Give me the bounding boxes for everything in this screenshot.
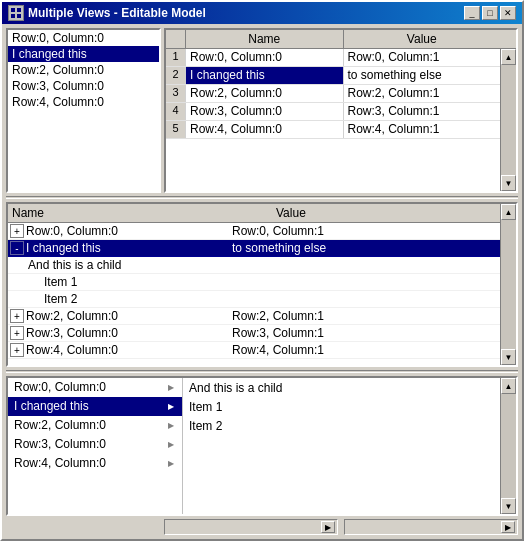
app-icon: [8, 5, 24, 21]
tree-col-name-header: Name: [12, 206, 276, 220]
expand-icon[interactable]: +: [10, 224, 24, 238]
bottom-right-list[interactable]: And this is a child Item 1 Item 2: [183, 378, 500, 514]
tree-scrollbar[interactable]: ▲ ▼: [500, 204, 516, 365]
scroll-right-button[interactable]: ▶: [321, 521, 335, 533]
scroll-track: [501, 65, 516, 175]
expand-icon[interactable]: +: [10, 326, 24, 340]
list-item[interactable]: Row:4, Column:0: [8, 94, 159, 110]
col-item-label: Row:2, Column:0: [14, 418, 166, 432]
tree-node-name: Item 2: [44, 292, 77, 306]
tree-row[interactable]: + Row:0, Column:0 Row:0, Column:1: [8, 223, 500, 240]
row-num: 3: [166, 85, 186, 102]
col-list-item-selected[interactable]: I changed this ▶: [8, 397, 182, 416]
close-button[interactable]: ✕: [500, 6, 516, 20]
vertical-scrollbar[interactable]: ▲ ▼: [500, 49, 516, 191]
tree-node-name: And this is a child: [28, 258, 121, 272]
content-area: Row:0, Column:0 I changed this Row:2, Co…: [2, 24, 522, 539]
scroll-right-button[interactable]: ▶: [501, 521, 515, 533]
list-item[interactable]: Row:3, Column:0: [8, 78, 159, 94]
bottom-left-list[interactable]: Row:0, Column:0 ▶ I changed this ▶ Row:2…: [8, 378, 183, 514]
row-value: Row:2, Column:1: [344, 85, 501, 102]
tree-row[interactable]: + Row:4, Column:0 Row:4, Column:1: [8, 342, 500, 359]
window-title: Multiple Views - Editable Model: [28, 6, 206, 20]
col-list-item[interactable]: Row:2, Column:0 ▶: [8, 416, 182, 435]
minimize-button[interactable]: _: [464, 6, 480, 20]
main-window: Multiple Views - Editable Model _ □ ✕ Ro…: [0, 0, 524, 541]
row-num: 5: [166, 121, 186, 138]
tree-node-value: Row:3, Column:1: [228, 326, 500, 340]
list-item[interactable]: Row:2, Column:0: [8, 62, 159, 78]
expand-icon[interactable]: +: [10, 343, 24, 357]
tree-inner: Name Value + Row:0, Column:0 Row:0, Colu…: [8, 204, 500, 365]
row-name: Row:0, Column:0: [186, 49, 344, 66]
bottom-scrollbar-right[interactable]: ▶: [344, 519, 518, 535]
bottom-scrollbar-left[interactable]: ▶: [164, 519, 338, 535]
tree-node-value: Row:4, Column:1: [228, 343, 500, 357]
table-body[interactable]: 1 Row:0, Column:0 Row:0, Column:1 2 I ch…: [166, 49, 500, 191]
tree-row[interactable]: + Row:3, Column:0 Row:3, Column:1: [8, 325, 500, 342]
scroll-down-button[interactable]: ▼: [501, 498, 516, 514]
scroll-track: [501, 220, 516, 349]
expand-icon[interactable]: +: [10, 309, 24, 323]
bottom-right-scrollbar[interactable]: ▲ ▼: [500, 378, 516, 514]
table-row[interactable]: 5 Row:4, Column:0 Row:4, Column:1: [166, 121, 500, 139]
tree-header: Name Value: [8, 204, 500, 223]
right-col-item[interactable]: Item 1: [183, 397, 500, 416]
right-item-label: Item 2: [189, 419, 222, 433]
tree-row[interactable]: Item 1: [8, 274, 500, 291]
header-value: Value: [344, 30, 501, 48]
divider-2: [6, 370, 518, 373]
row-value: Row:0, Column:1: [344, 49, 501, 66]
col-list-item[interactable]: Row:3, Column:0 ▶: [8, 435, 182, 454]
scroll-up-button[interactable]: ▲: [501, 49, 516, 65]
table-content: 1 Row:0, Column:0 Row:0, Column:1 2 I ch…: [166, 49, 516, 191]
table-row-selected[interactable]: 2 I changed this to something else: [166, 67, 500, 85]
collapse-icon[interactable]: -: [10, 241, 24, 255]
title-buttons: _ □ ✕: [464, 6, 516, 20]
left-list[interactable]: Row:0, Column:0 I changed this Row:2, Co…: [6, 28, 161, 193]
col-list-item[interactable]: Row:4, Column:0 ▶: [8, 454, 182, 473]
tree-node-name: Row:3, Column:0: [26, 326, 118, 340]
table-row[interactable]: 1 Row:0, Column:0 Row:0, Column:1: [166, 49, 500, 67]
svg-rect-3: [11, 14, 15, 18]
tree-row[interactable]: + Row:2, Column:0 Row:2, Column:1: [8, 308, 500, 325]
maximize-button[interactable]: □: [482, 6, 498, 20]
tree-row[interactable]: Item 2: [8, 291, 500, 308]
arrow-right-icon: ▶: [166, 420, 176, 430]
col-list-item[interactable]: Row:0, Column:0 ▶: [8, 378, 182, 397]
scroll-down-button[interactable]: ▼: [501, 175, 516, 191]
table-row[interactable]: 4 Row:3, Column:0 Row:3, Column:1: [166, 103, 500, 121]
row-num: 2: [166, 67, 186, 84]
tree-node-name: Row:4, Column:0: [26, 343, 118, 357]
tree-row[interactable]: And this is a child: [8, 257, 500, 274]
title-bar-left: Multiple Views - Editable Model: [8, 5, 206, 21]
row-value: Row:4, Column:1: [344, 121, 501, 138]
bottom-panel-inner: Row:0, Column:0 ▶ I changed this ▶ Row:2…: [6, 376, 518, 516]
list-item[interactable]: Row:0, Column:0: [8, 30, 159, 46]
header-num: [166, 30, 186, 48]
scroll-up-button[interactable]: ▲: [501, 378, 516, 394]
tree-body[interactable]: + Row:0, Column:0 Row:0, Column:1 - I ch…: [8, 223, 500, 365]
tree-node-name: Row:0, Column:0: [26, 224, 118, 238]
arrow-right-icon: ▶: [166, 439, 176, 449]
table-header: Name Value: [166, 30, 516, 49]
arrow-right-icon: ▶: [166, 401, 176, 411]
svg-rect-4: [17, 14, 21, 18]
spacer-left: [6, 519, 161, 535]
list-item-selected[interactable]: I changed this: [8, 46, 159, 62]
arrow-right-icon: ▶: [166, 458, 176, 468]
row-name: I changed this: [186, 67, 344, 84]
tree-node-value: Row:2, Column:1: [228, 309, 500, 323]
table-row[interactable]: 3 Row:2, Column:0 Row:2, Column:1: [166, 85, 500, 103]
right-col-item[interactable]: And this is a child: [183, 378, 500, 397]
right-item-label: And this is a child: [189, 381, 282, 395]
panel-top: Row:0, Column:0 I changed this Row:2, Co…: [6, 28, 518, 193]
tree-row-selected[interactable]: - I changed this to something else: [8, 240, 500, 257]
right-col-item[interactable]: Item 2: [183, 416, 500, 435]
right-item-label: Item 1: [189, 400, 222, 414]
scroll-down-button[interactable]: ▼: [501, 349, 516, 365]
row-value: to something else: [344, 67, 501, 84]
col-item-label: Row:0, Column:0: [14, 380, 166, 394]
tree-node-value: to something else: [228, 241, 500, 255]
scroll-up-button[interactable]: ▲: [501, 204, 516, 220]
